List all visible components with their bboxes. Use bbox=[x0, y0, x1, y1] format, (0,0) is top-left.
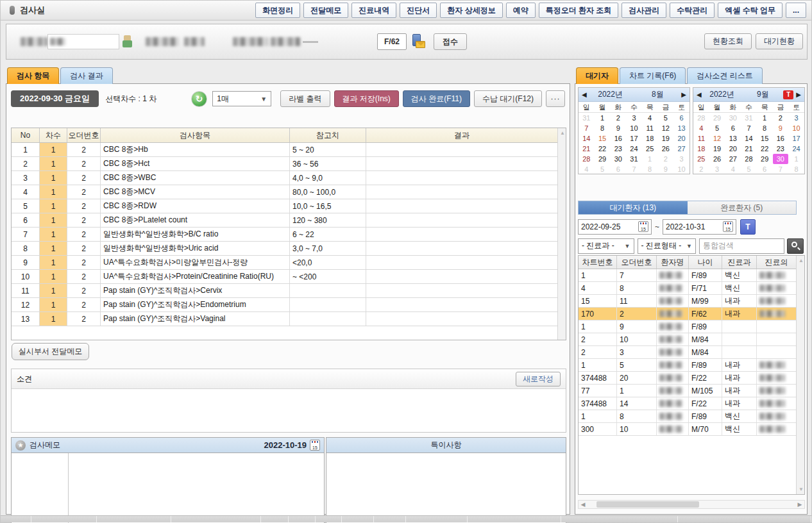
calendar-day[interactable]: 7 bbox=[773, 164, 789, 174]
tab-waiting-list[interactable]: 대기자 bbox=[576, 67, 618, 84]
calendar-day[interactable]: 29 bbox=[595, 154, 611, 164]
refresh-icon[interactable]: ↻ bbox=[191, 91, 207, 107]
calendar-day[interactable]: 16 bbox=[773, 133, 789, 144]
payment-wait-button[interactable]: 수납 대기(F12) bbox=[474, 90, 542, 107]
opinion-textarea[interactable] bbox=[12, 389, 566, 433]
tab-exam-items[interactable]: 검사 항목 bbox=[7, 67, 59, 84]
date-from-input[interactable]: 2022-09-25 15 bbox=[578, 219, 652, 235]
calendar-day[interactable]: 9 bbox=[658, 164, 674, 174]
calendar-day[interactable]: 15 bbox=[757, 133, 773, 144]
waiting-patient-row[interactable]: 15F/89내과 bbox=[579, 359, 796, 372]
toolbar-button[interactable]: 엑셀 수탁 업무 bbox=[718, 3, 782, 18]
toolbar-button[interactable]: ... bbox=[786, 3, 806, 18]
calendar-day[interactable]: 25 bbox=[693, 154, 709, 164]
calendar-day[interactable]: 28 bbox=[693, 113, 709, 123]
exam-table-row[interactable]: 412CBC 8종>MCV80,0 ~ 100,0 bbox=[12, 185, 557, 199]
calendar-day[interactable]: 20 bbox=[725, 144, 741, 154]
exam-complete-button[interactable]: 검사 완료(F11) bbox=[403, 90, 470, 107]
tab-exam-results[interactable]: 검사 결과 bbox=[60, 67, 112, 84]
calendar-day[interactable]: 23 bbox=[773, 144, 789, 154]
calendar-day[interactable]: 19 bbox=[709, 144, 725, 154]
calendar-day[interactable]: 31 bbox=[741, 113, 757, 123]
tab-done-patients[interactable]: 완료환자 (5) bbox=[688, 201, 797, 214]
calendar-day[interactable]: 28 bbox=[579, 154, 595, 164]
calendar-day[interactable]: 6 bbox=[673, 113, 689, 123]
calendar-day[interactable]: 14 bbox=[741, 133, 757, 144]
prev-month-icon[interactable]: ◀ bbox=[697, 91, 702, 98]
calendar-day[interactable]: 26 bbox=[658, 144, 674, 154]
search-input[interactable]: 통합검색 bbox=[699, 238, 784, 254]
waiting-patient-row[interactable]: 30010M/70백신 bbox=[579, 423, 796, 436]
exam-table-row[interactable]: 612CBC 8종>PLatelet count120 ~ 380 bbox=[12, 213, 557, 228]
scrollbar-thumb[interactable] bbox=[596, 501, 699, 508]
exam-table-row[interactable]: 1312Pap stain (GY)^조직학검사>Vaginal bbox=[12, 312, 557, 326]
toolbar-button[interactable]: 진료내역 bbox=[351, 3, 396, 18]
calendar-icon[interactable]: 15 bbox=[723, 221, 733, 232]
calendar-day[interactable]: 6 bbox=[725, 123, 741, 133]
calendar-day[interactable]: 2 bbox=[693, 164, 709, 174]
calendar-day[interactable]: 2 bbox=[773, 113, 789, 123]
exam-table-row[interactable]: 712일반생화학^일반생화학>B/C ratio6 ~ 22 bbox=[12, 228, 557, 242]
exam-table-scrollbar[interactable]: ▲ bbox=[557, 128, 566, 340]
toolbar-button[interactable]: 환자 상세정보 bbox=[440, 3, 502, 18]
calendar-day[interactable]: 8 bbox=[595, 123, 611, 133]
calendar-day[interactable]: 1 bbox=[788, 154, 804, 164]
calendar-day[interactable]: 31 bbox=[579, 113, 595, 123]
calendar-day[interactable]: 13 bbox=[725, 133, 741, 144]
calendar-day[interactable]: 10 bbox=[626, 123, 642, 133]
more-button[interactable]: ··· bbox=[546, 90, 565, 107]
waiting-patient-row[interactable]: 771M/105내과 bbox=[579, 385, 796, 397]
calendar-day[interactable]: 8 bbox=[757, 123, 773, 133]
calendar-day[interactable]: 4 bbox=[693, 123, 709, 133]
calendar-day[interactable]: 30 bbox=[773, 154, 789, 164]
calendar-day[interactable]: 20 bbox=[673, 133, 689, 144]
calendar-day[interactable]: 30 bbox=[610, 154, 626, 164]
exam-table-row[interactable]: 1112Pap stain (GY)^조직학검사>Cervix bbox=[12, 284, 557, 298]
toolbar-button[interactable]: 화면정리 bbox=[255, 3, 300, 18]
today-marker[interactable]: T bbox=[783, 90, 793, 99]
calendar-day[interactable]: 17 bbox=[788, 133, 804, 144]
calendar-day[interactable]: 6 bbox=[757, 164, 773, 174]
dept-memo-button[interactable]: 실시부서 전달메모 bbox=[12, 343, 89, 360]
waiting-patient-row[interactable]: 18F/89백신 bbox=[579, 410, 796, 423]
sms-icon[interactable] bbox=[411, 34, 425, 49]
calendar-day[interactable]: 5 bbox=[709, 123, 725, 133]
patient-id-input[interactable] bbox=[47, 34, 119, 49]
calendar-day[interactable]: 25 bbox=[642, 144, 658, 154]
calendar-day[interactable]: 21 bbox=[579, 144, 595, 154]
dept-select[interactable]: - 진료과 - ▼ bbox=[578, 238, 634, 254]
waiting-patient-row[interactable]: 19F/89 bbox=[579, 320, 796, 333]
calendar-icon[interactable]: 15 bbox=[310, 440, 320, 451]
calendar-day[interactable]: 29 bbox=[709, 113, 725, 123]
calendar-day[interactable]: 17 bbox=[626, 133, 642, 144]
calendar-day[interactable]: 31 bbox=[626, 154, 642, 164]
tab-opinion-list[interactable]: 검사소견 리스트 bbox=[687, 67, 762, 84]
calendar-day[interactable]: 3 bbox=[709, 164, 725, 174]
calendar-day[interactable]: 1 bbox=[757, 113, 773, 123]
calendar-day[interactable]: 11 bbox=[642, 123, 658, 133]
calendar-day[interactable]: 8 bbox=[642, 164, 658, 174]
calendar-day[interactable]: 13 bbox=[673, 123, 689, 133]
prev-month-icon[interactable]: ◀ bbox=[582, 91, 587, 98]
calendar-day[interactable]: 3 bbox=[626, 113, 642, 123]
calendar-day[interactable]: 5 bbox=[741, 164, 757, 174]
next-month-icon[interactable]: ▶ bbox=[681, 91, 686, 98]
exam-table-row[interactable]: 112CBC 8종>Hb5 ~ 20 bbox=[12, 143, 557, 157]
calendar-day[interactable]: 5 bbox=[595, 164, 611, 174]
calendar-day[interactable]: 10 bbox=[788, 123, 804, 133]
calendar-day[interactable]: 27 bbox=[673, 144, 689, 154]
calendar-day[interactable]: 28 bbox=[741, 154, 757, 164]
calendar-day[interactable]: 7 bbox=[579, 123, 595, 133]
calendar-day[interactable]: 3 bbox=[673, 154, 689, 164]
toolbar-button[interactable]: 진단서 bbox=[400, 3, 437, 18]
scroll-left-icon[interactable]: ◀ bbox=[579, 501, 588, 508]
waiting-patient-row[interactable]: 37448820F/22내과 bbox=[579, 372, 796, 385]
date-to-input[interactable]: 2022-10-31 15 bbox=[663, 219, 736, 235]
exam-table-row[interactable]: 512CBC 8종>RDW10,0 ~ 16,5 bbox=[12, 199, 557, 213]
receipt-button[interactable]: 접수 bbox=[434, 33, 467, 50]
calendar-day[interactable]: 2 bbox=[658, 154, 674, 164]
calendar-day[interactable]: 18 bbox=[642, 133, 658, 144]
exam-table-row[interactable]: 212CBC 8종>Hct36 ~ 56 bbox=[12, 157, 557, 171]
exam-memo-body[interactable] bbox=[12, 453, 324, 523]
exam-table-row[interactable]: 312CBC 8종>WBC4,0 ~ 9,0 bbox=[12, 171, 557, 185]
